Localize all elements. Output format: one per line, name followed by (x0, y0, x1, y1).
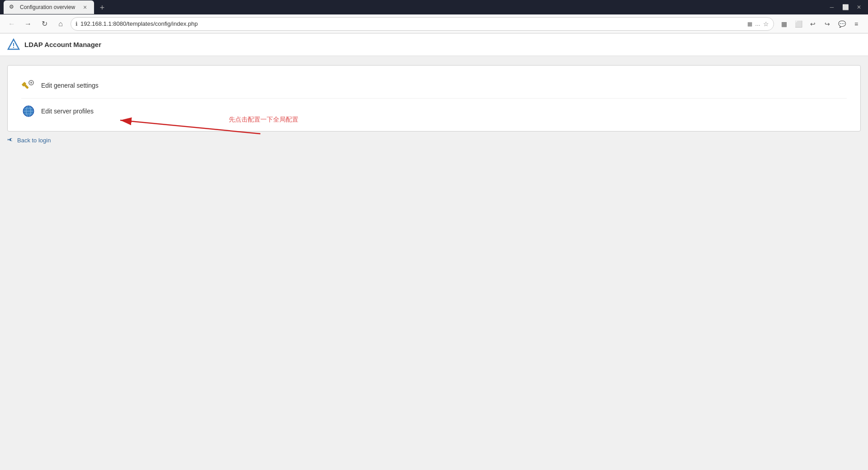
close-window-button[interactable]: ✕ (854, 2, 864, 13)
svg-point-2 (13, 47, 14, 47)
bookmark-icon[interactable]: ☆ (763, 20, 769, 28)
tab-title: Configuration overview (20, 4, 78, 10)
config-divider (21, 98, 847, 99)
app-header: LDAP Account Manager (0, 33, 868, 56)
maximize-button[interactable]: ⬜ (840, 2, 851, 13)
menu-icon[interactable]: ≡ (850, 18, 863, 30)
back-to-login-link[interactable]: Back to login (7, 136, 861, 145)
edit-general-settings-item[interactable]: Edit general settings (21, 75, 847, 96)
browser-tab[interactable]: ⚙ Configuration overview × (4, 0, 94, 14)
qr-icon[interactable]: ▦ (747, 21, 752, 27)
undo-close-icon[interactable]: ↪ (821, 18, 834, 30)
chat-icon[interactable]: 💬 (835, 18, 848, 30)
app-title: LDAP Account Manager (24, 41, 101, 48)
screenshot-icon[interactable]: ↩ (807, 18, 819, 30)
refresh-button[interactable]: ↻ (38, 18, 51, 30)
security-icon: ℹ (75, 21, 78, 27)
server-profiles-label: Edit server profiles (41, 108, 94, 115)
tab-favicon: ⚙ (9, 4, 16, 11)
annotation-text: 先点击配置一下全局配置 (229, 116, 298, 124)
server-profiles-icon (21, 104, 36, 118)
general-settings-label: Edit general settings (41, 82, 99, 89)
synced-tabs-icon[interactable]: ⬜ (792, 18, 805, 30)
config-card: Edit general settings Edit server (7, 65, 861, 132)
url-input[interactable] (80, 20, 745, 27)
home-button[interactable]: ⌂ (54, 18, 67, 30)
config-card-wrapper: Edit general settings Edit server (7, 65, 861, 132)
back-icon (7, 136, 14, 145)
address-bar[interactable]: ℹ ▦ … ☆ (71, 17, 774, 31)
browser-toolbar: ← → ↻ ⌂ ℹ ▦ … ☆ ▦ ⬜ ↩ ↪ 💬 ≡ (0, 14, 868, 33)
browser-titlebar: ⚙ Configuration overview × + ─ ⬜ ✕ (0, 0, 868, 14)
general-settings-icon (21, 78, 36, 93)
back-button[interactable]: ← (5, 18, 18, 30)
forward-button[interactable]: → (22, 18, 34, 30)
main-content: Edit general settings Edit server (0, 56, 868, 454)
edit-server-profiles-item[interactable]: Edit server profiles (21, 100, 847, 122)
back-to-login-label: Back to login (17, 137, 51, 144)
minimize-button[interactable]: ─ (826, 2, 837, 13)
new-tab-button[interactable]: + (96, 1, 108, 14)
svg-point-6 (30, 82, 32, 84)
app-logo (7, 38, 20, 51)
more-icon[interactable]: … (755, 21, 760, 27)
toolbar-right: ▦ ⬜ ↩ ↪ 💬 ≡ (778, 18, 863, 30)
containers-icon[interactable]: ▦ (778, 18, 790, 30)
tab-close-button[interactable]: × (81, 4, 89, 11)
window-controls: ─ ⬜ ✕ (826, 2, 864, 13)
